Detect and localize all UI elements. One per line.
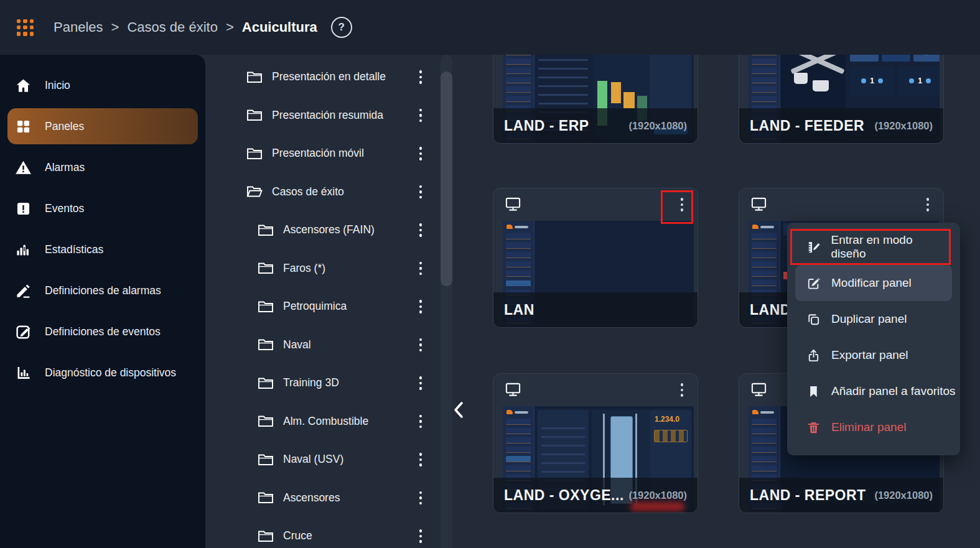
edit-icon xyxy=(806,276,821,290)
menu-item-modificar-panel[interactable]: Modificar panel xyxy=(795,265,952,301)
menu-item-exportar-panel[interactable]: Exportar panel xyxy=(787,337,960,373)
card-kebab-menu-icon[interactable] xyxy=(675,379,689,401)
folder-name: Cruce xyxy=(283,529,312,542)
sidebar-item-eventos[interactable]: Eventos xyxy=(0,188,205,229)
panel-title: LAND - REPORT xyxy=(750,487,874,504)
folder-kebab-menu-icon[interactable] xyxy=(414,143,427,164)
breadcrumb-casos-de-exito[interactable]: Casos de éxito xyxy=(127,19,218,35)
counter-value: 1 xyxy=(870,77,874,85)
panel-card-land-erp[interactable]: LAND - ERP (1920x1080) xyxy=(493,55,698,144)
folder-item[interactable]: Presentación en detalle xyxy=(205,58,439,96)
panel-resolution: (1920x1080) xyxy=(628,120,687,132)
pencil-icon xyxy=(15,282,32,299)
card-footer: LAND - FEEDER (1920x1080) xyxy=(739,108,943,143)
folder-closed-icon xyxy=(258,300,274,313)
folder-kebab-menu-icon[interactable] xyxy=(414,411,427,432)
folder-item[interactable]: Naval xyxy=(205,326,439,365)
sidebar-item-estadisticas[interactable]: Estadísticas xyxy=(0,229,205,270)
menu-item-label: Eliminar panel xyxy=(831,420,906,434)
folder-item[interactable]: Cruce xyxy=(205,517,439,548)
panel-title: LAND - FEEDER xyxy=(750,118,874,134)
top-header: Paneles > Casos de éxito > Acuicultura ? xyxy=(0,0,980,55)
fish-icon xyxy=(919,55,936,56)
folder-kebab-menu-icon[interactable] xyxy=(414,220,427,241)
folder-closed-icon xyxy=(246,108,263,122)
menu-item-label: Modificar panel xyxy=(831,276,912,290)
stats-bars-icon xyxy=(15,241,32,258)
breadcrumb: Paneles > Casos de éxito > Acuicultura xyxy=(54,19,317,35)
pencil-square-icon xyxy=(15,323,32,340)
card-kebab-menu-icon[interactable] xyxy=(921,194,935,215)
sidebar-item-definiciones-alarmas[interactable]: Definiciones de alarmas xyxy=(0,270,205,311)
sidebar-item-label: Inicio xyxy=(45,79,70,92)
folder-item-open[interactable]: Casos de éxito xyxy=(205,173,439,211)
folder-closed-icon xyxy=(258,453,274,467)
folder-item[interactable]: Training 3D xyxy=(205,364,439,402)
folder-kebab-menu-icon[interactable] xyxy=(414,449,427,470)
sidebar-item-inicio[interactable]: Inicio xyxy=(0,65,205,106)
folder-item[interactable]: Ascensores xyxy=(205,479,439,518)
folder-kebab-menu-icon[interactable] xyxy=(414,334,427,355)
folder-item[interactable]: Ascensores (FAIN) xyxy=(205,211,439,249)
folder-closed-icon xyxy=(258,529,274,543)
folder-name: Presentación móvil xyxy=(272,147,364,160)
menu-item-anadir-panel-a-favoritos[interactable]: Añadir panel a favoritos xyxy=(787,373,960,409)
folder-closed-icon xyxy=(258,338,274,351)
design-mode-icon xyxy=(806,240,821,254)
folder-item[interactable]: Presentación resumida xyxy=(205,96,439,135)
breadcrumb-separator: > xyxy=(111,19,119,35)
menu-item-duplicar-panel[interactable]: Duplicar panel xyxy=(787,301,960,337)
panel-resolution: (1920x1080) xyxy=(628,490,687,501)
collapse-panel-button[interactable] xyxy=(450,399,467,421)
folder-item[interactable]: Naval (USV) xyxy=(205,440,439,479)
trash-icon xyxy=(806,420,821,435)
main-sidebar: Inicio Paneles Alarmas Eventos Estadísti… xyxy=(0,55,205,548)
folder-item[interactable]: Petroquimica xyxy=(205,287,439,326)
sidebar-item-definiciones-eventos[interactable]: Definiciones de eventos xyxy=(0,311,205,352)
sidebar-item-diagnostico[interactable]: Diagnóstico de dispositivos xyxy=(0,352,205,393)
counter-value: 1 xyxy=(918,77,922,85)
breadcrumb-paneles[interactable]: Paneles xyxy=(54,19,103,35)
folder-item[interactable]: Presentación móvil xyxy=(205,134,439,173)
monitor-icon xyxy=(750,382,767,397)
sidebar-item-label: Definiciones de alarmas xyxy=(45,284,161,297)
folder-kebab-menu-icon[interactable] xyxy=(414,181,427,202)
sidebar-item-label: Paneles xyxy=(45,120,84,133)
menu-item-entrar-en-modo-diseno[interactable]: Entrar en modo diseño xyxy=(790,229,951,265)
panel-title: LAND - OXYGE... xyxy=(504,487,628,504)
sidebar-item-label: Definiciones de eventos xyxy=(45,325,161,338)
folder-closed-icon xyxy=(246,147,263,160)
folder-name: Naval (USV) xyxy=(283,453,343,466)
folder-name: Alm. Combustible xyxy=(283,415,368,428)
thumb-oxygen-value: 1.234.0 xyxy=(655,415,679,424)
folder-kebab-menu-icon[interactable] xyxy=(414,373,427,394)
app-launcher-icon[interactable] xyxy=(17,19,34,36)
folder-kebab-menu-icon[interactable] xyxy=(414,296,427,317)
folder-kebab-menu-icon[interactable] xyxy=(414,104,427,126)
folder-kebab-menu-icon[interactable] xyxy=(414,258,427,279)
help-icon[interactable]: ? xyxy=(331,17,352,38)
panel-card-land-oxygen[interactable]: 1.234.0 LAND - OXYGE... (1920x1080) xyxy=(493,373,698,513)
folder-kebab-menu-icon[interactable] xyxy=(414,487,427,508)
card-footer: LAND - REPORT (1920x1080) xyxy=(739,478,943,513)
folder-kebab-menu-icon[interactable] xyxy=(414,67,427,88)
folder-item[interactable]: Faros (*) xyxy=(205,249,439,288)
folder-item[interactable]: Alm. Combustible xyxy=(205,402,439,441)
sidebar-item-alarmas[interactable]: Alarmas xyxy=(0,147,205,188)
folder-name: Ascensores (FAIN) xyxy=(283,223,375,236)
menu-item-eliminar-panel[interactable]: Eliminar panel xyxy=(787,409,960,445)
scrollbar-thumb[interactable] xyxy=(441,72,452,286)
panel-card-land-feeder[interactable]: 1 1 LAND - FEEDER (1920x1080) xyxy=(739,55,944,144)
folder-list-scrollbar[interactable] xyxy=(441,55,452,548)
folder-closed-icon xyxy=(258,261,274,275)
folder-kebab-menu-icon[interactable] xyxy=(414,526,427,547)
thumb-fish-tile xyxy=(882,55,910,62)
folder-name: Casos de éxito xyxy=(272,185,344,198)
panels-grid: LAND - ERP (1920x1080) xyxy=(464,55,980,548)
sidebar-item-paneles[interactable]: Paneles xyxy=(7,108,198,144)
thumb-counter-tile: 1 xyxy=(898,67,940,95)
panel-title: LAND - ERP xyxy=(504,118,628,134)
panel-card-covered[interactable]: LAN xyxy=(493,188,698,328)
sidebar-item-label: Diagnóstico de dispositivos xyxy=(45,366,176,379)
monitor-icon xyxy=(505,197,521,212)
